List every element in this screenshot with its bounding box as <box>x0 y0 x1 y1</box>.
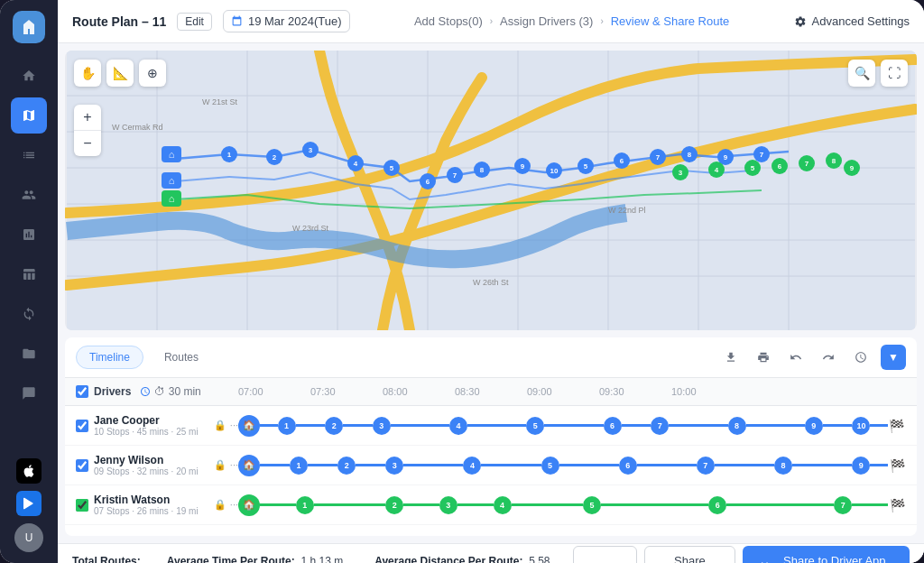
sidebar-item-users[interactable] <box>11 177 47 213</box>
flag-jane: 🏁 <box>888 417 906 435</box>
nav-review-share[interactable]: Review & Share Route <box>611 14 730 28</box>
svg-text:4: 4 <box>715 166 719 174</box>
map-target-tool[interactable]: ⊕ <box>139 60 166 87</box>
driver-checkbox-jenny[interactable] <box>76 459 88 472</box>
advanced-settings[interactable]: Advanced Settings <box>794 14 910 28</box>
zoom-out-button[interactable]: − <box>74 131 101 156</box>
svg-text:7: 7 <box>805 160 809 168</box>
svg-text:⌂: ⌂ <box>169 175 175 186</box>
stop-6-kristin: 6 <box>708 496 726 514</box>
stop-4-kristin: 4 <box>494 496 512 514</box>
nav-arrow-1: › <box>490 16 493 26</box>
sidebar-item-folder[interactable] <box>11 336 47 372</box>
stop-5-jane: 5 <box>526 417 544 435</box>
tl-export-button[interactable] <box>718 345 744 370</box>
home-node-jane: 🏠 <box>238 415 260 437</box>
lock-icon-kristin[interactable]: 🔒 <box>214 499 226 511</box>
map-fullscreen-button[interactable]: ⛶ <box>881 60 908 87</box>
map-tools-right: 🔍 ⛶ <box>848 60 908 87</box>
driver-checkbox-kristin[interactable] <box>76 499 88 512</box>
svg-text:⌂: ⌂ <box>169 149 175 160</box>
tl-print-button[interactable] <box>751 345 776 370</box>
tab-routes[interactable]: Routes <box>151 346 212 369</box>
top-header: Route Plan – 11 Edit 19 Mar 2024(Tue) Ad… <box>58 0 924 43</box>
more-icon-jane[interactable]: ··· <box>230 420 238 431</box>
driver-info-jane: Jane Cooper 10 Stops · 45 mins · 25 mi 🔒… <box>76 414 238 437</box>
sidebar-item-routes[interactable] <box>11 97 47 134</box>
more-icon-jenny[interactable]: ··· <box>230 459 238 471</box>
stop-8-jane: 8 <box>728 417 746 435</box>
driver-checkbox-jane[interactable] <box>76 420 88 432</box>
tl-redo-button[interactable] <box>816 345 841 370</box>
sidebar-item-analytics[interactable] <box>11 217 47 253</box>
tl-expand-button[interactable]: ▼ <box>881 345 906 370</box>
sidebar-item-messages[interactable] <box>11 375 47 411</box>
zoom-in-button[interactable]: + <box>74 105 101 130</box>
sidebar-item-refresh[interactable] <box>11 296 47 332</box>
map-search-button[interactable]: 🔍 <box>848 60 875 87</box>
nav-assign-drivers[interactable]: Assign Drivers (3) <box>500 14 593 28</box>
stop-10-jane: 10 <box>852 417 870 435</box>
select-all-checkbox[interactable] <box>76 385 88 398</box>
share-driver-label: Share to Driver App Now <box>776 554 893 564</box>
sidebar-item-home[interactable] <box>11 58 47 94</box>
svg-text:7: 7 <box>760 151 764 159</box>
svg-text:5: 5 <box>751 164 755 172</box>
back-button[interactable]: Back <box>573 546 637 564</box>
play-store-icon[interactable] <box>16 491 42 516</box>
svg-text:6: 6 <box>778 162 782 171</box>
map-measure-tool[interactable]: 📐 <box>106 60 134 87</box>
tl-clock-button[interactable] <box>848 345 873 370</box>
map-area[interactable]: 1 2 3 4 5 6 7 8 9 10 5 6 7 8 9 7 <box>65 51 917 330</box>
svg-text:6: 6 <box>426 178 430 186</box>
time-label-4: 09:00 <box>527 383 599 400</box>
edit-button[interactable]: Edit <box>177 13 212 31</box>
nav-add-stops[interactable]: Add Stops(0) <box>414 14 483 28</box>
svg-text:W Cermak Rd: W Cermak Rd <box>112 123 163 132</box>
sidebar-item-list[interactable] <box>11 137 47 173</box>
driver-meta-jenny: 09 Stops · 32 mins · 20 mi <box>94 466 199 476</box>
map-hand-tool[interactable]: ✋ <box>74 60 101 87</box>
home-node-kristin: 🏠 <box>238 494 260 516</box>
svg-text:5: 5 <box>584 162 588 171</box>
svg-text:W 23rd St: W 23rd St <box>292 224 329 233</box>
apple-store-icon[interactable] <box>16 458 42 484</box>
more-icon-kristin[interactable]: ··· <box>230 499 238 511</box>
tl-undo-button[interactable] <box>783 345 808 370</box>
driver-meta-jane: 10 Stops · 45 mins · 25 mi <box>94 427 199 437</box>
driver-info-jenny: Jenny Wilson 09 Stops · 32 mins · 20 mi … <box>76 454 238 476</box>
date-value: 19 Mar 2024(Tue) <box>248 14 342 28</box>
settings-label: Advanced Settings <box>812 14 910 28</box>
svg-text:W 26th St: W 26th St <box>473 278 509 287</box>
lock-icon-jenny[interactable]: 🔒 <box>214 459 226 471</box>
sidebar-item-table[interactable] <box>11 256 47 292</box>
timeline-header: Timeline Routes <box>65 337 917 378</box>
home-node-jenny: 🏠 <box>238 455 260 476</box>
date-picker[interactable]: 19 Mar 2024(Tue) <box>223 10 350 32</box>
stop-3-kristin: 3 <box>439 496 457 514</box>
timeline-section: Timeline Routes <box>65 337 917 536</box>
tab-timeline[interactable]: Timeline <box>76 346 143 369</box>
user-avatar[interactable]: U <box>14 523 43 552</box>
time-label-5: 09:30 <box>599 383 671 400</box>
driver-info-kristin: Kristin Watson 07 Stops · 26 mins · 19 m… <box>76 494 238 516</box>
timeline-tools: ▼ <box>718 345 906 370</box>
driver-row-jane: Jane Cooper 10 Stops · 45 mins · 25 mi 🔒… <box>65 406 917 446</box>
avg-time-label: Average Time Per Route: <box>167 555 295 564</box>
route-bar-kristin: 🏠 1 2 3 4 5 6 7 🏁 <box>238 494 906 516</box>
app-logo <box>13 11 45 43</box>
sidebar-bottom: U <box>14 458 43 552</box>
nav-arrow-2: › <box>600 16 603 26</box>
stop-6-jenny: 6 <box>619 457 637 475</box>
drivers-header: Drivers ⏱ 30 min 07:00 07:30 08:00 08:30… <box>65 378 917 406</box>
avg-dist-label: Average Distance Per Route: <box>374 555 522 564</box>
svg-text:9: 9 <box>850 164 855 172</box>
svg-text:2: 2 <box>273 153 277 162</box>
lock-icon-jane[interactable]: 🔒 <box>214 420 226 431</box>
share-driver-button[interactable]: Share to Driver App Now <box>743 546 910 564</box>
driver-row-jenny: Jenny Wilson 09 Stops · 32 mins · 20 mi … <box>65 446 917 485</box>
share-url-button[interactable]: Share URL <box>644 546 735 564</box>
driver-name-jenny: Jenny Wilson <box>94 454 199 466</box>
map-zoom-controls: + − <box>74 105 101 156</box>
time-duration: ⏱ 30 min <box>140 385 200 398</box>
